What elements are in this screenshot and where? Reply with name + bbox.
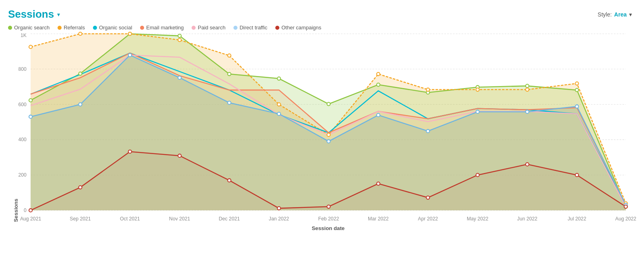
point-direct-traffic-7: [377, 113, 380, 117]
point-referrals-2: [128, 32, 132, 35]
point-direct-traffic-4: [228, 101, 231, 104]
point-direct-traffic-1: [78, 103, 82, 106]
x-tick-11: Jul 2022: [568, 216, 586, 222]
x-tick-5: Jan 2022: [269, 216, 289, 222]
chart-title[interactable]: Sessions: [8, 8, 54, 21]
legend-label-organic_social: Organic social: [99, 25, 132, 31]
chart-header: Sessions ▾ Style: Area ▾: [8, 8, 632, 21]
point-referrals-5: [277, 103, 281, 106]
legend-label-organic_search: Organic search: [14, 25, 50, 31]
y-tick-200: 200: [18, 172, 27, 178]
point-organic-search-7: [377, 83, 380, 86]
style-value: Area: [614, 11, 627, 18]
legend-label-paid_search: Paid search: [198, 25, 225, 31]
point-direct-traffic-11: [575, 105, 578, 108]
point-referrals-0: [29, 45, 32, 49]
legend-item-direct_traffic[interactable]: Direct traffic: [233, 25, 267, 31]
x-tick-1: Sep 2021: [70, 216, 91, 222]
legend-item-other_campaigns[interactable]: Other campaigns: [275, 25, 321, 31]
legend-item-paid_search[interactable]: Paid search: [192, 25, 225, 31]
legend-dot-paid_search: [192, 26, 196, 30]
legend-dot-referrals: [58, 26, 62, 30]
point-referrals-11: [575, 82, 578, 85]
x-tick-0: Aug 2021: [20, 216, 41, 222]
legend-dot-organic_social: [93, 26, 97, 30]
style-selector[interactable]: Style: Area ▾: [598, 11, 632, 18]
legend-item-organic_search[interactable]: Organic search: [8, 25, 50, 31]
legend-label-direct_traffic: Direct traffic: [239, 25, 267, 31]
point-direct-traffic-0: [29, 115, 32, 118]
point-organic-search-11: [575, 88, 578, 92]
point-other-0: [29, 209, 32, 212]
y-tick-600: 600: [18, 102, 27, 107]
point-referrals-6: [327, 133, 330, 136]
y-tick-400: 400: [18, 137, 27, 142]
y-tick-800: 800: [18, 66, 27, 72]
area-organic-search: [31, 34, 626, 210]
style-label: Style:: [598, 11, 612, 18]
point-referrals-1: [78, 32, 82, 35]
point-direct-traffic-5: [277, 112, 281, 115]
point-other-3: [178, 154, 181, 157]
point-direct-traffic-2: [128, 53, 132, 57]
point-other-12: [624, 205, 627, 208]
legend-item-organic_social[interactable]: Organic social: [93, 25, 132, 31]
legend-label-referrals: Referrals: [64, 25, 85, 31]
point-organic-search-5: [277, 77, 281, 80]
point-organic-search-10: [526, 84, 529, 88]
point-referrals-7: [377, 72, 380, 76]
point-direct-traffic-6: [327, 140, 330, 143]
x-tick-12: Aug 2022: [615, 216, 637, 222]
legend-dot-email_marketing: [140, 26, 144, 30]
y-axis-title: Sessions: [13, 199, 19, 222]
point-referrals-10: [526, 88, 529, 91]
point-referrals-4: [228, 54, 231, 57]
legend-item-email_marketing[interactable]: Email marketing: [140, 25, 184, 31]
point-other-2: [128, 150, 132, 153]
point-other-6: [327, 205, 330, 208]
legend-dot-organic_search: [8, 26, 12, 30]
y-tick-1k: 1K: [21, 33, 27, 38]
x-tick-2: Oct 2021: [120, 216, 140, 222]
x-tick-6: Feb 2022: [318, 216, 339, 222]
chart-area: 0 200 400 600 800 1K Sessions: [8, 34, 632, 231]
title-dropdown-icon[interactable]: ▾: [57, 11, 60, 18]
y-tick-0: 0: [24, 208, 27, 213]
chart-legend: Organic searchReferralsOrganic socialEma…: [8, 25, 632, 31]
point-other-10: [526, 163, 529, 166]
x-axis-title: Session date: [312, 225, 345, 231]
point-direct-traffic-9: [476, 110, 479, 113]
point-referrals-8: [426, 88, 429, 91]
legend-label-email_marketing: Email marketing: [146, 25, 184, 31]
main-svg: 0 200 400 600 800 1K Sessions: [8, 34, 632, 231]
point-organic-search-3: [178, 34, 181, 37]
point-referrals-9: [476, 88, 479, 91]
point-direct-traffic-10: [526, 110, 529, 113]
legend-item-referrals[interactable]: Referrals: [58, 25, 85, 31]
sessions-chart-container: Sessions ▾ Style: Area ▾ Organic searchR…: [0, 0, 644, 255]
point-other-1: [78, 186, 82, 189]
x-tick-10: Jun 2022: [517, 216, 538, 222]
legend-label-other_campaigns: Other campaigns: [281, 25, 321, 31]
legend-dot-direct_traffic: [233, 26, 237, 30]
point-direct-traffic-3: [178, 76, 181, 79]
legend-dot-other_campaigns: [275, 26, 279, 30]
point-organic-search-6: [327, 102, 330, 105]
point-organic-search-0: [29, 99, 32, 102]
point-referrals-3: [178, 38, 181, 41]
style-dropdown-icon: ▾: [629, 11, 632, 18]
x-tick-4: Dec 2021: [219, 216, 240, 222]
x-tick-7: Mar 2022: [368, 216, 389, 222]
point-other-9: [476, 173, 479, 177]
x-tick-3: Nov 2021: [169, 216, 190, 222]
point-direct-traffic-8: [426, 130, 429, 133]
point-other-8: [426, 196, 429, 199]
x-tick-9: May 2022: [467, 216, 489, 222]
x-tick-8: Apr 2022: [418, 216, 438, 222]
point-other-5: [277, 207, 281, 210]
point-organic-search-4: [228, 72, 231, 76]
point-organic-search-1: [78, 72, 82, 75]
point-other-7: [377, 182, 380, 185]
title-area: Sessions ▾: [8, 8, 60, 21]
point-other-4: [228, 179, 231, 182]
